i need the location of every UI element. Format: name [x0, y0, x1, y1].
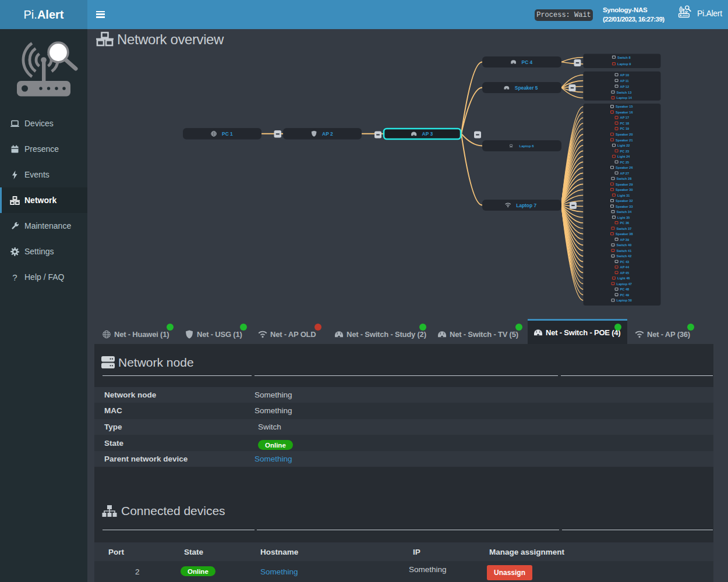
svg-text:Light 22: Light 22: [617, 144, 630, 147]
svg-text:Speaker 26: Speaker 26: [616, 166, 633, 169]
svg-text:Laptop 7: Laptop 7: [516, 203, 536, 208]
svg-text:Switch 13: Switch 13: [617, 91, 632, 94]
svg-text:Speaker 30: Speaker 30: [616, 188, 633, 191]
svg-text:PC 25: PC 25: [620, 161, 630, 164]
svg-text:Switch 42: Switch 42: [617, 254, 632, 258]
svg-text:Light 31: Light 31: [617, 194, 630, 197]
svg-text:Laptop 14: Laptop 14: [617, 96, 632, 100]
svg-text:Laptop 9: Laptop 9: [617, 62, 631, 66]
svg-text:Speaker 5: Speaker 5: [515, 85, 538, 91]
svg-text:Switch 40: Switch 40: [617, 243, 632, 247]
svg-text:AP 2: AP 2: [322, 131, 333, 137]
svg-text:Laptop 47: Laptop 47: [617, 282, 632, 286]
svg-text:AP 27: AP 27: [620, 172, 629, 175]
svg-text:PC 19: PC 19: [620, 127, 630, 130]
svg-text:AP 12: AP 12: [620, 85, 629, 88]
svg-text:PC 4: PC 4: [522, 59, 533, 65]
svg-text:AP 45: AP 45: [620, 271, 629, 275]
svg-text:AP 39: AP 39: [620, 238, 629, 242]
svg-text:Light 35: Light 35: [617, 216, 630, 219]
svg-text:Switch 28: Switch 28: [617, 177, 632, 180]
svg-text:Laptop 50: Laptop 50: [617, 299, 632, 302]
svg-text:PC 1: PC 1: [222, 131, 233, 137]
svg-text:Speaker 21: Speaker 21: [616, 139, 633, 142]
svg-text:AP 10: AP 10: [620, 73, 629, 77]
svg-text:AP 17: AP 17: [620, 116, 629, 119]
svg-text:PC 49: PC 49: [620, 293, 630, 297]
svg-text:Switch 8: Switch 8: [617, 56, 631, 59]
svg-text:PC 18: PC 18: [620, 122, 630, 125]
svg-text:Speaker 20: Speaker 20: [616, 133, 633, 136]
svg-text:PC 36: PC 36: [620, 221, 630, 225]
svg-text:PC 48: PC 48: [620, 288, 630, 291]
svg-text:Speaker 16: Speaker 16: [616, 111, 633, 114]
svg-text:AP 44: AP 44: [620, 265, 630, 269]
svg-text:Switch 37: Switch 37: [617, 227, 632, 230]
svg-text:Speaker 15: Speaker 15: [616, 105, 633, 108]
svg-text:Switch 41: Switch 41: [617, 249, 632, 253]
svg-text:Laptop 6: Laptop 6: [520, 144, 535, 148]
svg-text:AP 3: AP 3: [422, 131, 433, 137]
svg-text:Speaker 33: Speaker 33: [616, 205, 633, 208]
svg-text:Speaker 32: Speaker 32: [616, 199, 633, 203]
svg-text:PC 43: PC 43: [620, 260, 630, 264]
svg-text:Speaker 38: Speaker 38: [616, 232, 633, 236]
svg-text:AP 11: AP 11: [620, 79, 629, 83]
svg-text:Light 24: Light 24: [617, 155, 630, 158]
svg-text:Speaker 29: Speaker 29: [616, 183, 633, 186]
svg-text:Switch 34: Switch 34: [617, 210, 632, 214]
svg-text:Light 46: Light 46: [617, 276, 630, 280]
svg-text:PC 23: PC 23: [620, 150, 630, 153]
